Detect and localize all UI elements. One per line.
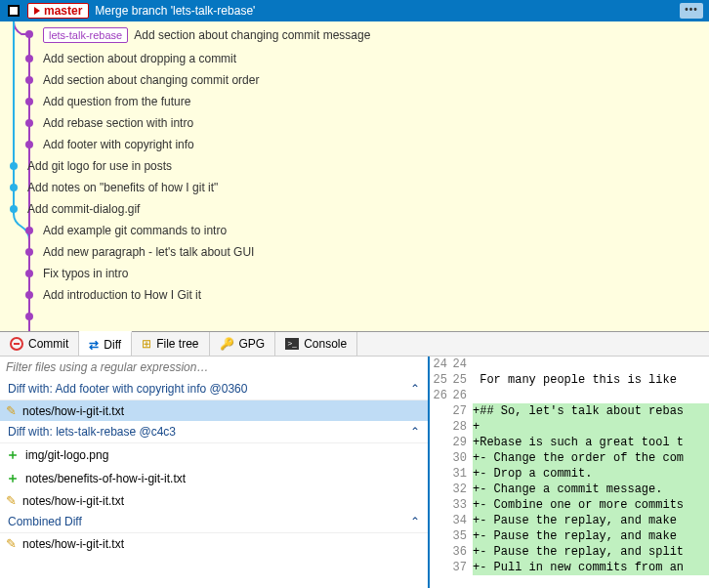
commit-message: Add commit-dialog.gif [27, 202, 140, 216]
merge-message: Merge branch 'lets-talk-rebase' [95, 4, 255, 18]
commit-row[interactable]: Add example git commands to intro [0, 220, 709, 241]
branch-arrow-icon [34, 7, 40, 15]
commit-message: Add example git commands to intro [43, 224, 227, 237]
commit-message: Add footer with copyright info [43, 138, 194, 151]
file-path: notes/how-i-git-it.txt [22, 537, 124, 551]
added-icon: ＋ [6, 470, 20, 487]
section-title: Diff with: lets-talk-rebase @c4c3 [8, 425, 176, 439]
commit-message: Add new paragraph - let's talk about GUI [43, 245, 254, 259]
tab-label: File tree [156, 337, 198, 351]
tab-label: GPG [239, 337, 266, 351]
commit-row[interactable]: Add section about dropping a commit [0, 48, 709, 69]
commit-message: Add rebase section with intro [43, 116, 193, 130]
file-row[interactable]: ✎ notes/how-i-git-it.txt [0, 533, 428, 554]
commit-row[interactable]: lets-talk-rebase Add section about chang… [0, 21, 709, 48]
file-row[interactable]: ✎ notes/how-i-git-it.txt [0, 490, 428, 511]
chevron-up-icon: ⌃ [410, 515, 420, 528]
branch-name: master [44, 4, 82, 18]
section-title: Diff with: Add footer with copyright inf… [8, 382, 247, 396]
diff-view[interactable]: 24242525 For many people this is like262… [430, 357, 709, 588]
commit-row[interactable]: Add introduction to How I Git it [0, 284, 709, 306]
commit-row[interactable]: Add footer with copyright info [0, 134, 709, 155]
diff-section-header[interactable]: Combined Diff ⌃ [0, 511, 428, 533]
tab-diff[interactable]: ⇄ Diff [79, 331, 132, 356]
commit-row[interactable]: Add question from the future [0, 91, 709, 112]
commit-row[interactable]: Add rebase section with intro [0, 112, 709, 134]
branch-tag-master[interactable]: master [27, 3, 89, 19]
diff-section-header[interactable]: Diff with: Add footer with copyright inf… [0, 378, 428, 400]
tab-label: Diff [104, 338, 121, 352]
more-button[interactable]: ••• [680, 3, 703, 19]
tab-label: Commit [28, 337, 68, 351]
diff-line: 31+- Drop a commit. [430, 466, 709, 482]
file-row[interactable]: ＋ notes/benefits-of-how-i-git-it.txt [0, 467, 428, 490]
file-path: img/git-logo.png [25, 448, 108, 462]
modified-icon: ✎ [6, 403, 17, 418]
filter-input[interactable] [0, 357, 428, 378]
file-row[interactable]: ✎ notes/how-i-git-it.txt [0, 400, 428, 421]
bottom-panes: Diff with: Add footer with copyright inf… [0, 357, 709, 588]
file-path: notes/how-i-git-it.txt [22, 404, 124, 418]
diff-line: 37+- Pull in new commits from an [430, 560, 709, 575]
commit-message: Add section about changing commit messag… [134, 28, 370, 42]
key-icon: 🔑 [220, 337, 234, 351]
commit-row[interactable]: Add notes on "benefits of how I git it" [0, 177, 709, 198]
select-checkbox[interactable] [8, 5, 20, 17]
modified-icon: ✎ [6, 536, 17, 551]
chevron-up-icon: ⌃ [410, 382, 420, 396]
diff-line: 35+- Pause the replay, and make [430, 528, 709, 544]
file-path: notes/benefits-of-how-i-git-it.txt [25, 472, 186, 485]
diff-line: 32+- Change a commit message. [430, 482, 709, 497]
chevron-up-icon: ⌃ [410, 425, 420, 439]
diff-line: 27+## So, let's talk about rebas [430, 403, 709, 419]
modified-icon: ✎ [6, 493, 17, 508]
tab-bar: Commit ⇄ Diff ⊞ File tree 🔑 GPG >_ Conso… [0, 331, 709, 357]
file-row[interactable]: ＋ img/git-logo.png [0, 443, 428, 467]
commit-row[interactable]: Add commit-dialog.gif [0, 198, 709, 220]
tab-console[interactable]: >_ Console [275, 332, 357, 356]
commit-row[interactable]: Add git logo for use in posts [0, 155, 709, 177]
commit-message: Add introduction to How I Git it [43, 288, 201, 302]
filetree-icon: ⊞ [142, 337, 151, 351]
diff-line: 33+- Combine one or more commits [430, 497, 709, 513]
commit-message: Fix typos in intro [43, 267, 128, 280]
commit-message: Add git logo for use in posts [27, 159, 172, 173]
diff-line: 2525 For many people this is like [430, 372, 709, 388]
top-commit-bar[interactable]: master Merge branch 'lets-talk-rebase' •… [0, 0, 709, 21]
diff-line: 30+- Change the order of the com [430, 450, 709, 466]
branch-label[interactable]: lets-talk-rebase [43, 27, 128, 43]
commit-row[interactable]: Add section about changing commit order [0, 69, 709, 91]
commit-row[interactable]: Fix typos in intro [0, 263, 709, 284]
commit-list[interactable]: lets-talk-rebase Add section about chang… [0, 21, 709, 331]
commit-message: Add section about changing commit order [43, 73, 259, 87]
commit-message: Add question from the future [43, 95, 190, 108]
commit-message: Add section about dropping a commit [43, 52, 236, 65]
diff-line: 36+- Pause the replay, and split [430, 544, 709, 560]
tab-gpg[interactable]: 🔑 GPG [210, 332, 276, 356]
commit-row[interactable]: Add new paragraph - let's talk about GUI [0, 241, 709, 263]
diff-line: 34+- Pause the replay, and make [430, 513, 709, 528]
tab-commit[interactable]: Commit [0, 332, 79, 356]
file-path: notes/how-i-git-it.txt [22, 494, 124, 508]
file-list-pane: Diff with: Add footer with copyright inf… [0, 357, 430, 588]
svg-point-15 [25, 313, 33, 320]
commit-icon [10, 337, 23, 351]
section-title: Combined Diff [8, 515, 82, 528]
diff-section-header[interactable]: Diff with: lets-talk-rebase @c4c3 ⌃ [0, 421, 428, 443]
diff-line: 28+ [430, 419, 709, 435]
tab-filetree[interactable]: ⊞ File tree [132, 332, 209, 356]
diff-line: 2424 [430, 357, 709, 372]
tab-label: Console [304, 337, 347, 351]
diff-icon: ⇄ [89, 338, 99, 352]
commit-message: Add notes on "benefits of how I git it" [27, 181, 218, 194]
diff-line: 2626 [430, 388, 709, 403]
diff-line: 29+Rebase is such a great tool t [430, 435, 709, 450]
added-icon: ＋ [6, 446, 20, 464]
console-icon: >_ [285, 338, 299, 350]
